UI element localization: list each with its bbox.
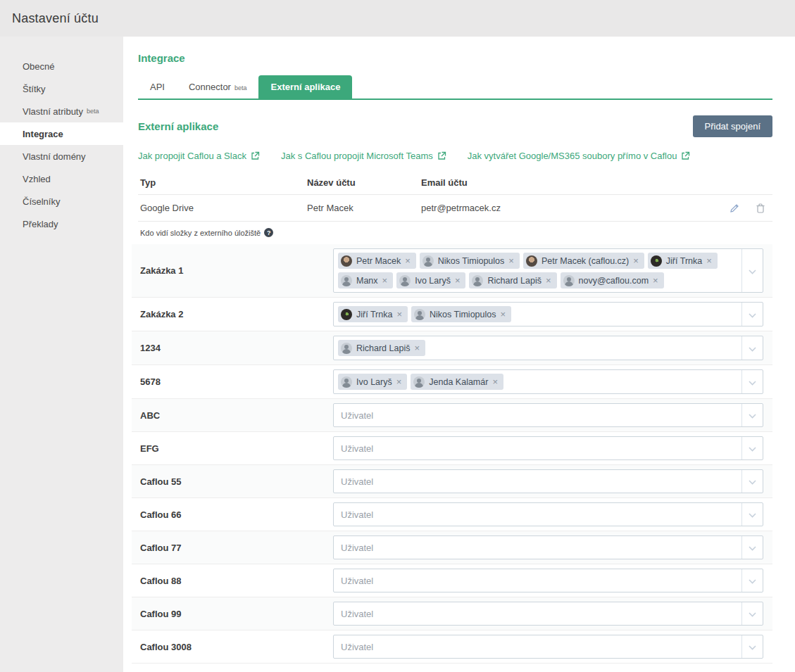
folder-row: 5678 Ivo Laryš×Jenda Kalamár× <box>132 365 772 399</box>
folder-row: Zakázka 2 Jiří Trnka×Nikos Timiopulos× <box>132 298 772 331</box>
sidebar-item-integrace[interactable]: Integrace <box>0 122 123 145</box>
tab-extern-aplikace[interactable]: Externí aplikace <box>258 75 352 99</box>
folder-label: Zakázka 2 <box>140 309 333 319</box>
user-avatar-icon <box>341 275 352 286</box>
remove-user-icon[interactable]: × <box>414 343 420 353</box>
sidebar-item-obecn-[interactable]: Obecné <box>0 55 123 77</box>
user-avatar-icon <box>563 275 575 286</box>
remove-user-icon[interactable]: × <box>508 256 514 265</box>
select-dropdown-toggle[interactable] <box>741 437 763 459</box>
user-multiselect[interactable]: Uživatel <box>333 502 763 526</box>
remove-user-icon[interactable]: × <box>382 276 388 285</box>
remove-user-icon[interactable]: × <box>405 256 411 265</box>
add-connection-button[interactable]: Přidat spojení <box>693 115 773 137</box>
tab-label: Connector <box>189 82 231 92</box>
remove-user-icon[interactable]: × <box>492 377 498 386</box>
sidebar-item-vlastn-dom-ny[interactable]: Vlastní domény <box>0 145 123 167</box>
sidebar-item--t-tky[interactable]: Štítky <box>0 77 123 100</box>
tab-bar: APIConnectorbetaExterní aplikace <box>138 75 772 100</box>
edit-connection-button[interactable] <box>729 203 740 214</box>
remove-user-icon[interactable]: × <box>396 310 402 319</box>
help-link-3[interactable]: Jak vytvářet Google/MS365 soubory přímo … <box>468 151 691 161</box>
tab-api[interactable]: API <box>138 75 177 99</box>
connection-email: petr@petrmacek.cz <box>421 203 722 213</box>
remove-user-icon[interactable]: × <box>500 310 506 319</box>
user-multiselect[interactable]: Ivo Laryš×Jenda Kalamár× <box>333 369 763 394</box>
folder-label: Caflou 3008 <box>140 642 333 652</box>
section-heading-integrace: Integrace <box>138 52 772 64</box>
remove-user-icon[interactable]: × <box>706 256 712 265</box>
external-link-icon <box>437 151 446 160</box>
selected-users: Uživatel <box>334 536 741 559</box>
tab-connector[interactable]: Connectorbeta <box>177 75 259 99</box>
remove-user-icon[interactable]: × <box>546 276 551 285</box>
user-multiselect[interactable]: Uživatel <box>333 602 763 626</box>
remove-user-icon[interactable]: × <box>653 276 658 285</box>
user-select-placeholder: Uživatel <box>338 476 373 487</box>
user-multiselect[interactable]: Uživatel <box>333 403 763 427</box>
select-dropdown-toggle[interactable] <box>741 536 763 559</box>
sidebar-item-p-eklady[interactable]: Překlady <box>0 213 123 235</box>
help-link-label: Jak vytvářet Google/MS365 soubory přímo … <box>468 151 677 161</box>
remove-user-icon[interactable]: × <box>396 377 402 386</box>
selected-users: Uživatel <box>334 569 741 592</box>
selected-users: Uživatel <box>334 404 741 426</box>
select-dropdown-toggle[interactable] <box>741 602 763 625</box>
remove-user-icon[interactable]: × <box>633 256 639 265</box>
folder-row: Caflou 88 Uživatel <box>132 564 772 597</box>
user-select-placeholder: Uživatel <box>338 576 373 586</box>
user-avatar-icon <box>341 255 352 267</box>
sidebar-item-label: Překlady <box>23 219 58 229</box>
chevron-down-icon <box>749 640 756 653</box>
select-dropdown-toggle[interactable] <box>741 336 763 360</box>
user-select-placeholder: Uživatel <box>338 509 373 520</box>
selected-users: Petr Macek×Nikos Timiopulos×Petr Macek (… <box>334 249 741 292</box>
user-multiselect[interactable]: Uživatel <box>333 469 763 493</box>
folder-row: 1234 Richard Lapiš× <box>132 331 772 365</box>
delete-connection-button[interactable] <box>756 203 765 214</box>
folder-label: ABC <box>140 410 333 421</box>
user-multiselect[interactable]: Uživatel <box>333 535 763 559</box>
select-dropdown-toggle[interactable] <box>741 635 763 658</box>
help-question-icon[interactable]: ? <box>264 228 273 237</box>
user-avatar-icon <box>413 376 425 388</box>
folder-row: Caflou 66 Uživatel <box>132 498 772 531</box>
folder-label: Caflou 66 <box>140 509 333 520</box>
user-multiselect[interactable]: Jiří Trnka×Nikos Timiopulos× <box>333 302 763 327</box>
select-dropdown-toggle[interactable] <box>741 470 763 493</box>
help-link-1[interactable]: Jak propojit Caflou a Slack <box>138 151 260 161</box>
beta-badge: beta <box>234 84 247 91</box>
select-dropdown-toggle[interactable] <box>741 569 763 592</box>
select-dropdown-toggle[interactable] <box>741 370 763 393</box>
user-select-placeholder: Uživatel <box>338 443 373 454</box>
sidebar-item-label: Číselníky <box>23 196 60 207</box>
folder-row: Caflou 99 Uživatel <box>132 597 772 630</box>
external-link-icon <box>681 151 690 160</box>
help-link-2[interactable]: Jak s Caflou propojit Microsoft Teams <box>281 151 446 161</box>
select-dropdown-toggle[interactable] <box>741 503 763 526</box>
select-dropdown-toggle[interactable] <box>741 404 763 426</box>
user-multiselect[interactable]: Richard Lapiš× <box>333 336 763 360</box>
user-multiselect[interactable]: Uživatel <box>333 569 763 592</box>
connections-table: Typ Název účtu Email účtu Google Drive P… <box>138 171 772 222</box>
folders-caption-label: Kdo vidí složky z externího úložiště <box>140 229 261 237</box>
user-multiselect[interactable]: Petr Macek×Nikos Timiopulos×Petr Macek (… <box>333 248 763 293</box>
remove-user-icon[interactable]: × <box>455 276 461 285</box>
help-links: Jak propojit Caflou a SlackJak s Caflou … <box>138 151 772 161</box>
chevron-down-icon <box>749 607 756 620</box>
select-dropdown-toggle[interactable] <box>741 303 763 326</box>
sidebar-item-vzhled[interactable]: Vzhled <box>0 167 123 190</box>
folder-visibility-list: Zakázka 1 Petr Macek×Nikos Timiopulos×Pe… <box>132 244 772 664</box>
select-dropdown-toggle[interactable] <box>741 249 763 292</box>
sidebar-item--seln-ky[interactable]: Číselníky <box>0 190 123 213</box>
user-multiselect[interactable]: Uživatel <box>333 635 763 659</box>
col-header-name: Název účtu <box>307 177 421 188</box>
user-multiselect[interactable]: Uživatel <box>333 436 763 460</box>
folder-row: Caflou 55 Uživatel <box>132 465 772 498</box>
selected-users: Uživatel <box>334 470 741 493</box>
user-select-placeholder: Uživatel <box>338 410 373 421</box>
sidebar-item-vlastn-atributy[interactable]: Vlastní atributybeta <box>0 100 123 122</box>
connection-name: Petr Macek <box>307 203 421 213</box>
pencil-icon <box>729 205 740 216</box>
chevron-down-icon <box>749 541 756 554</box>
